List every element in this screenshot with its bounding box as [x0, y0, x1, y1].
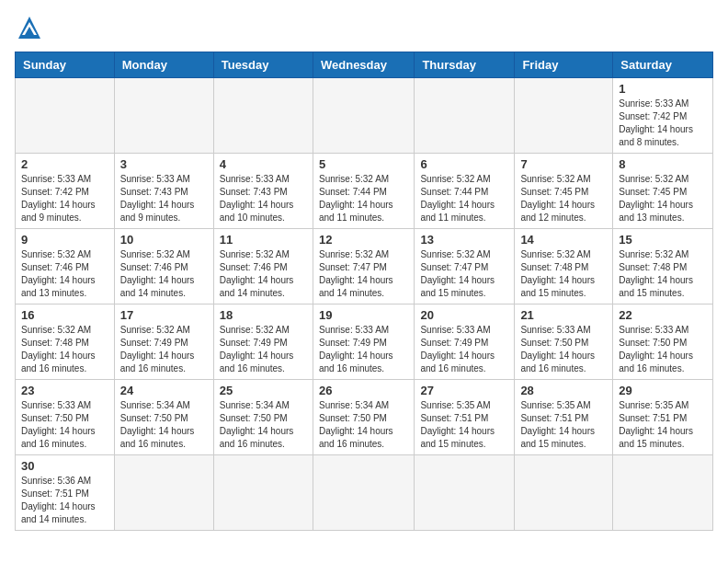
day-number: 8: [619, 157, 707, 171]
day-number: 11: [220, 233, 307, 247]
calendar-cell: 24Sunrise: 5:34 AM Sunset: 7:50 PM Dayli…: [114, 380, 213, 455]
calendar-cell: 11Sunrise: 5:32 AM Sunset: 7:46 PM Dayli…: [213, 229, 313, 304]
weekday-sunday: Sunday: [16, 52, 115, 78]
header: [15, 15, 713, 40]
calendar-cell: 5Sunrise: 5:32 AM Sunset: 7:44 PM Daylig…: [313, 154, 414, 229]
day-info: Sunrise: 5:33 AM Sunset: 7:50 PM Dayligh…: [520, 324, 607, 375]
day-info: Sunrise: 5:35 AM Sunset: 7:51 PM Dayligh…: [420, 399, 508, 451]
calendar-week-0: 1Sunrise: 5:33 AM Sunset: 7:42 PM Daylig…: [16, 78, 713, 154]
day-number: 3: [120, 157, 208, 171]
day-info: Sunrise: 5:33 AM Sunset: 7:42 PM Dayligh…: [21, 173, 108, 224]
calendar-week-4: 23Sunrise: 5:33 AM Sunset: 7:50 PM Dayli…: [16, 380, 713, 455]
calendar-cell: [114, 78, 213, 154]
day-info: Sunrise: 5:32 AM Sunset: 7:46 PM Dayligh…: [21, 248, 108, 300]
calendar-cell: 3Sunrise: 5:33 AM Sunset: 7:43 PM Daylig…: [114, 154, 213, 229]
day-number: 24: [120, 384, 208, 397]
day-info: Sunrise: 5:33 AM Sunset: 7:43 PM Dayligh…: [120, 173, 208, 224]
calendar-week-3: 16Sunrise: 5:32 AM Sunset: 7:48 PM Dayli…: [16, 304, 713, 380]
calendar-cell: 26Sunrise: 5:34 AM Sunset: 7:50 PM Dayli…: [313, 380, 414, 455]
day-number: 19: [319, 308, 408, 322]
weekday-wednesday: Wednesday: [313, 52, 414, 78]
calendar-cell: 19Sunrise: 5:33 AM Sunset: 7:49 PM Dayli…: [313, 304, 414, 380]
day-info: Sunrise: 5:33 AM Sunset: 7:42 PM Dayligh…: [619, 98, 707, 149]
day-number: 17: [120, 308, 208, 322]
calendar-cell: [515, 455, 613, 531]
calendar-cell: 27Sunrise: 5:35 AM Sunset: 7:51 PM Dayli…: [415, 380, 515, 455]
day-info: Sunrise: 5:32 AM Sunset: 7:44 PM Dayligh…: [319, 173, 408, 224]
day-number: 23: [21, 384, 108, 397]
calendar-cell: [515, 78, 613, 154]
calendar-cell: 14Sunrise: 5:32 AM Sunset: 7:48 PM Dayli…: [515, 229, 613, 304]
calendar-cell: [16, 78, 115, 154]
day-number: 7: [520, 157, 607, 171]
calendar-cell: 8Sunrise: 5:32 AM Sunset: 7:45 PM Daylig…: [613, 154, 713, 229]
day-number: 22: [619, 308, 707, 322]
weekday-friday: Friday: [515, 52, 613, 78]
calendar-cell: [613, 455, 713, 531]
calendar-cell: 12Sunrise: 5:32 AM Sunset: 7:47 PM Dayli…: [313, 229, 414, 304]
day-number: 5: [319, 157, 408, 171]
day-number: 28: [520, 384, 607, 397]
day-info: Sunrise: 5:32 AM Sunset: 7:46 PM Dayligh…: [220, 248, 307, 300]
calendar-cell: 9Sunrise: 5:32 AM Sunset: 7:46 PM Daylig…: [16, 229, 115, 304]
calendar-week-2: 9Sunrise: 5:32 AM Sunset: 7:46 PM Daylig…: [16, 229, 713, 304]
day-number: 27: [420, 384, 508, 397]
weekday-saturday: Saturday: [613, 52, 713, 78]
day-info: Sunrise: 5:35 AM Sunset: 7:51 PM Dayligh…: [619, 399, 707, 451]
day-info: Sunrise: 5:32 AM Sunset: 7:46 PM Dayligh…: [120, 248, 208, 300]
calendar-cell: 15Sunrise: 5:32 AM Sunset: 7:48 PM Dayli…: [613, 229, 713, 304]
calendar-cell: 6Sunrise: 5:32 AM Sunset: 7:44 PM Daylig…: [415, 154, 515, 229]
day-info: Sunrise: 5:33 AM Sunset: 7:50 PM Dayligh…: [619, 324, 707, 375]
day-number: 26: [319, 384, 408, 397]
day-number: 15: [619, 233, 707, 247]
calendar-cell: [313, 455, 414, 531]
day-info: Sunrise: 5:33 AM Sunset: 7:49 PM Dayligh…: [420, 324, 508, 375]
day-number: 6: [420, 157, 508, 171]
calendar-cell: [313, 78, 414, 154]
calendar-cell: 1Sunrise: 5:33 AM Sunset: 7:42 PM Daylig…: [613, 78, 713, 154]
day-number: 21: [520, 308, 607, 322]
calendar-cell: 2Sunrise: 5:33 AM Sunset: 7:42 PM Daylig…: [16, 154, 115, 229]
calendar-cell: [213, 455, 313, 531]
day-number: 20: [420, 308, 508, 322]
day-number: 30: [21, 459, 108, 473]
day-number: 12: [319, 233, 408, 247]
weekday-tuesday: Tuesday: [213, 52, 313, 78]
weekday-thursday: Thursday: [415, 52, 515, 78]
day-number: 29: [619, 384, 707, 397]
calendar-cell: 29Sunrise: 5:35 AM Sunset: 7:51 PM Dayli…: [613, 380, 713, 455]
calendar-week-5: 30Sunrise: 5:36 AM Sunset: 7:51 PM Dayli…: [16, 455, 713, 531]
day-info: Sunrise: 5:32 AM Sunset: 7:49 PM Dayligh…: [220, 324, 307, 375]
day-number: 16: [21, 308, 108, 322]
day-info: Sunrise: 5:32 AM Sunset: 7:45 PM Dayligh…: [619, 173, 707, 224]
calendar-cell: 22Sunrise: 5:33 AM Sunset: 7:50 PM Dayli…: [613, 304, 713, 380]
day-info: Sunrise: 5:33 AM Sunset: 7:50 PM Dayligh…: [21, 399, 108, 451]
calendar: SundayMondayTuesdayWednesdayThursdayFrid…: [15, 52, 713, 531]
day-info: Sunrise: 5:32 AM Sunset: 7:44 PM Dayligh…: [420, 173, 508, 224]
day-number: 4: [220, 157, 307, 171]
day-info: Sunrise: 5:32 AM Sunset: 7:47 PM Dayligh…: [319, 248, 408, 300]
calendar-cell: 21Sunrise: 5:33 AM Sunset: 7:50 PM Dayli…: [515, 304, 613, 380]
calendar-cell: [415, 78, 515, 154]
day-number: 25: [220, 384, 307, 397]
day-info: Sunrise: 5:32 AM Sunset: 7:48 PM Dayligh…: [21, 324, 108, 375]
logo: [15, 15, 42, 40]
day-info: Sunrise: 5:34 AM Sunset: 7:50 PM Dayligh…: [220, 399, 307, 451]
day-number: 1: [619, 82, 707, 96]
day-number: 2: [21, 157, 108, 171]
weekday-header-row: SundayMondayTuesdayWednesdayThursdayFrid…: [16, 52, 713, 78]
calendar-cell: 18Sunrise: 5:32 AM Sunset: 7:49 PM Dayli…: [213, 304, 313, 380]
day-info: Sunrise: 5:34 AM Sunset: 7:50 PM Dayligh…: [120, 399, 208, 451]
day-info: Sunrise: 5:34 AM Sunset: 7:50 PM Dayligh…: [319, 399, 408, 451]
calendar-cell: 7Sunrise: 5:32 AM Sunset: 7:45 PM Daylig…: [515, 154, 613, 229]
day-number: 13: [420, 233, 508, 247]
calendar-cell: 28Sunrise: 5:35 AM Sunset: 7:51 PM Dayli…: [515, 380, 613, 455]
calendar-cell: 10Sunrise: 5:32 AM Sunset: 7:46 PM Dayli…: [114, 229, 213, 304]
day-number: 18: [220, 308, 307, 322]
calendar-cell: 30Sunrise: 5:36 AM Sunset: 7:51 PM Dayli…: [16, 455, 115, 531]
day-info: Sunrise: 5:32 AM Sunset: 7:47 PM Dayligh…: [420, 248, 508, 300]
day-info: Sunrise: 5:36 AM Sunset: 7:51 PM Dayligh…: [21, 475, 108, 526]
calendar-cell: [415, 455, 515, 531]
day-info: Sunrise: 5:32 AM Sunset: 7:48 PM Dayligh…: [520, 248, 607, 300]
calendar-week-1: 2Sunrise: 5:33 AM Sunset: 7:42 PM Daylig…: [16, 154, 713, 229]
